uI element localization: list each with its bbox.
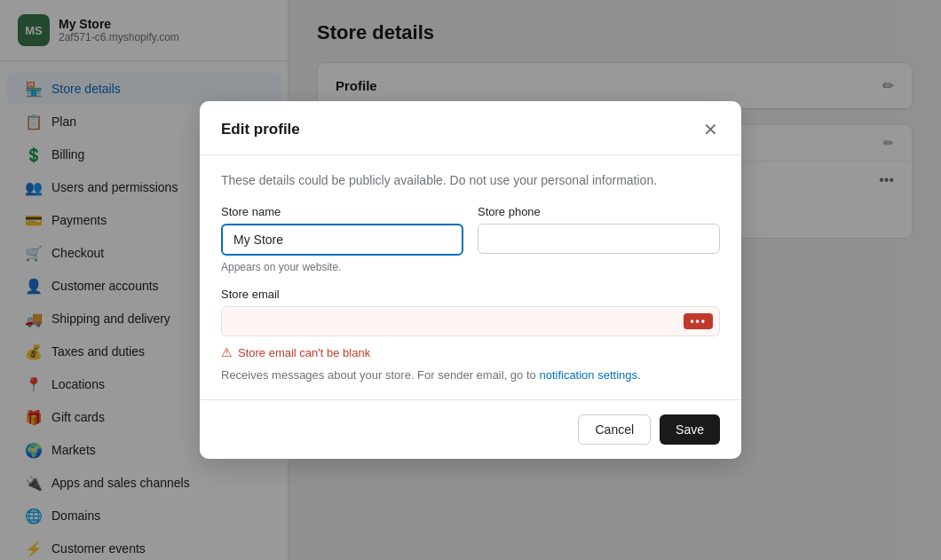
store-name-label: Store name — [221, 205, 463, 218]
store-email-label: Store email — [221, 288, 720, 301]
save-button[interactable]: Save — [660, 414, 720, 445]
store-email-error: Store email can't be blank — [238, 346, 370, 359]
store-email-info: Receives messages about your store. For … — [221, 368, 720, 382]
store-email-input-wrapper: ••• — [221, 306, 720, 336]
store-name-helper: Appears on your website. — [221, 261, 463, 273]
store-email-dots: ••• — [684, 313, 713, 329]
modal-close-button[interactable]: ✕ — [701, 117, 720, 142]
store-phone-group: Store phone — [478, 205, 720, 273]
modal-footer: Cancel Save — [200, 399, 741, 459]
modal-overlay: Edit profile ✕ These details could be pu… — [0, 0, 941, 560]
store-phone-label: Store phone — [478, 205, 720, 218]
cancel-button[interactable]: Cancel — [578, 414, 651, 445]
store-email-input[interactable] — [221, 306, 720, 336]
modal-title: Edit profile — [221, 121, 300, 138]
store-email-group: Store email ••• ⚠ Store email can't be b… — [221, 288, 720, 382]
modal-body: These details could be publicly availabl… — [200, 155, 741, 399]
notification-settings-link[interactable]: notification settings. — [539, 368, 640, 382]
edit-profile-modal: Edit profile ✕ These details could be pu… — [200, 101, 741, 459]
store-phone-input[interactable] — [478, 224, 720, 254]
store-email-error-row: ⚠ Store email can't be blank — [221, 345, 720, 359]
error-icon: ⚠ — [221, 345, 233, 359]
store-name-input[interactable] — [221, 224, 463, 256]
modal-header: Edit profile ✕ — [200, 101, 741, 155]
form-name-phone-row: Store name Appears on your website. Stor… — [221, 205, 720, 273]
modal-info-text: These details could be publicly availabl… — [221, 173, 720, 187]
store-name-group: Store name Appears on your website. — [221, 205, 463, 273]
